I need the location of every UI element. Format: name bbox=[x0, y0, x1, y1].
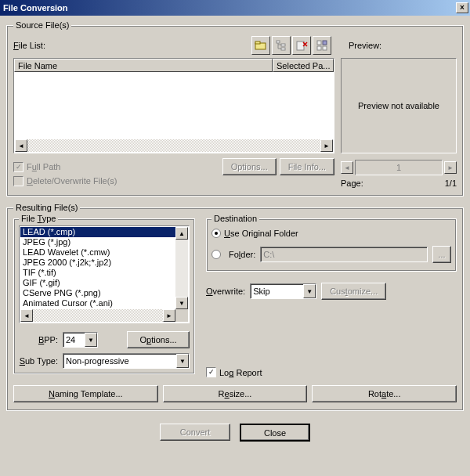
clear-icon bbox=[316, 39, 328, 52]
window-title: File Conversion bbox=[3, 3, 456, 13]
list-item[interactable]: JPEG (*.jpg) bbox=[20, 237, 175, 247]
scroll-right-icon[interactable]: ► bbox=[163, 309, 175, 322]
full-path-checkbox bbox=[13, 162, 24, 172]
resize-button[interactable]: Resize... bbox=[163, 385, 308, 402]
svg-rect-8 bbox=[317, 41, 321, 45]
list-item[interactable]: CServe PNG (*.png) bbox=[20, 288, 175, 298]
title-bar: File Conversion × bbox=[0, 0, 470, 16]
page-stepper: 1 bbox=[355, 160, 443, 175]
naming-template-button[interactable]: Naming Template... bbox=[13, 385, 158, 402]
chevron-down-icon[interactable]: ▼ bbox=[303, 284, 316, 298]
rotate-button[interactable]: Rotate... bbox=[312, 385, 457, 402]
svg-rect-11 bbox=[323, 41, 327, 45]
folder-label: Folder: bbox=[229, 250, 255, 259]
tree-icon bbox=[275, 39, 287, 52]
close-window-button[interactable]: × bbox=[456, 2, 468, 13]
file-list-label: File List: bbox=[13, 41, 45, 50]
bpp-select[interactable]: 24 ▼ bbox=[63, 332, 98, 348]
page-prev-button: ◄ bbox=[341, 161, 353, 174]
col-filename[interactable]: File Name bbox=[14, 59, 273, 72]
svg-rect-10 bbox=[323, 46, 327, 50]
resulting-files-group: Resulting File(s) File Type LEAD (*.cmp)… bbox=[6, 203, 464, 411]
add-folder-button[interactable] bbox=[272, 36, 291, 55]
subtype-select[interactable]: Non-progressive ▼ bbox=[63, 353, 190, 369]
convert-button: Convert bbox=[160, 424, 230, 441]
log-report-label: Log Report bbox=[219, 368, 262, 377]
list-item[interactable]: Animated Cursor (*.ani) bbox=[20, 298, 175, 308]
delete-overwrite-label: Delete/Overwrite File(s) bbox=[27, 176, 118, 186]
scroll-down-icon[interactable]: ▼ bbox=[175, 297, 188, 309]
chevron-down-icon[interactable]: ▼ bbox=[85, 333, 97, 347]
use-original-radio[interactable] bbox=[212, 229, 221, 238]
add-files-button[interactable] bbox=[251, 36, 270, 55]
file-info-button: File Info... bbox=[280, 158, 334, 175]
destination-legend: Destination bbox=[212, 214, 259, 223]
preview-pane: Preview not available bbox=[341, 58, 457, 153]
chevron-down-icon[interactable]: ▼ bbox=[176, 354, 189, 368]
list-item[interactable]: GIF (*.gif) bbox=[20, 278, 175, 288]
resulting-files-legend: Resulting File(s) bbox=[13, 203, 80, 212]
file-type-group: File Type LEAD (*.cmp) JPEG (*.jpg) LEAD… bbox=[13, 218, 195, 374]
file-list-hscroll[interactable]: ◄ ► bbox=[15, 139, 333, 152]
scroll-left-icon[interactable]: ◄ bbox=[20, 309, 33, 322]
bpp-label: BPP: bbox=[19, 335, 58, 344]
page-next-button: ► bbox=[444, 161, 457, 174]
filetype-options-button[interactable]: Options... bbox=[127, 331, 190, 348]
source-files-legend: Source File(s) bbox=[13, 20, 71, 30]
log-report-checkbox[interactable] bbox=[206, 367, 216, 377]
list-item[interactable]: LEAD (*.cmp) bbox=[20, 227, 175, 237]
clear-files-button[interactable] bbox=[313, 36, 331, 55]
scroll-left-icon[interactable]: ◄ bbox=[15, 139, 27, 152]
file-type-legend: File Type bbox=[19, 214, 58, 223]
options-button: Options... bbox=[222, 158, 277, 175]
customize-button: Customize... bbox=[321, 283, 386, 300]
delete-overwrite-checkbox bbox=[13, 176, 24, 186]
close-button[interactable]: Close bbox=[240, 424, 310, 442]
page-count: 1/1 bbox=[445, 178, 457, 188]
col-selected-pages[interactable]: Selected Pa... bbox=[273, 59, 334, 72]
page-label: Page: bbox=[341, 178, 363, 188]
file-type-vscroll[interactable]: ▲ ▼ bbox=[175, 227, 188, 309]
scroll-right-icon[interactable]: ► bbox=[320, 139, 333, 152]
folder-icon bbox=[255, 39, 267, 52]
svg-rect-9 bbox=[317, 46, 321, 50]
file-type-hscroll[interactable]: ◄ ► bbox=[20, 309, 175, 322]
scroll-up-icon[interactable]: ▲ bbox=[175, 227, 188, 240]
browse-folder-button: ... bbox=[432, 246, 451, 263]
list-item[interactable]: LEAD Wavelet (*.cmw) bbox=[20, 247, 175, 258]
remove-icon bbox=[295, 39, 308, 52]
subtype-label: Sub Type: bbox=[19, 356, 58, 366]
folder-radio[interactable] bbox=[212, 250, 221, 259]
file-listview[interactable]: File Name Selected Pa... ◄ ► bbox=[13, 58, 334, 153]
remove-file-button[interactable] bbox=[292, 36, 311, 55]
destination-group: Destination Use Original Folder Folder: … bbox=[206, 218, 457, 272]
overwrite-select[interactable]: Skip ▼ bbox=[250, 283, 316, 299]
preview-label: Preview: bbox=[349, 41, 457, 50]
full-path-label: Full Path bbox=[27, 162, 60, 171]
file-type-listbox[interactable]: LEAD (*.cmp) JPEG (*.jpg) LEAD Wavelet (… bbox=[19, 225, 190, 323]
file-list-body bbox=[14, 72, 334, 140]
source-files-group: Source File(s) File List: Preview: bbox=[6, 20, 464, 197]
overwrite-label: Overwrite: bbox=[206, 287, 245, 296]
list-item[interactable]: JPEG 2000 (*.j2k;*.jp2) bbox=[20, 258, 175, 268]
svg-rect-1 bbox=[255, 41, 260, 44]
svg-rect-3 bbox=[281, 44, 285, 46]
use-original-label: Use Original Folder bbox=[224, 229, 298, 238]
folder-path-field: C:\ bbox=[260, 247, 428, 262]
list-item[interactable]: TIF (*.tif) bbox=[20, 268, 175, 278]
preview-text: Preview not available bbox=[358, 101, 439, 110]
svg-rect-4 bbox=[281, 48, 285, 50]
svg-rect-2 bbox=[277, 41, 280, 43]
